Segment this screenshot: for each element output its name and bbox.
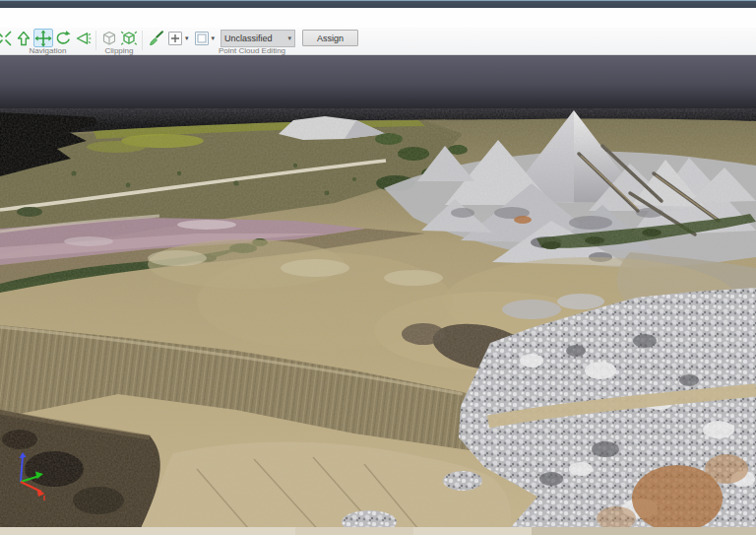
ribbon-group-point-cloud-editing: ▾ ▾ Unclassified ▾ Assign Point Cloud Ed…: [143, 28, 361, 54]
classification-value: Unclassified: [224, 33, 273, 43]
classification-dropdown[interactable]: Unclassified ▾: [220, 30, 295, 47]
clip-volume-tool-button[interactable]: [119, 29, 139, 47]
ribbon-group-clipping: Clipping: [96, 28, 142, 54]
look-around-tool-button[interactable]: [73, 29, 93, 47]
ribbon-toolbar: Navigation: [0, 28, 756, 55]
up-arrow-icon: [15, 30, 32, 47]
pan-icon: [34, 30, 52, 47]
ribbon-group-navigation: Navigation: [0, 28, 95, 54]
add-selection-dropdown-caret[interactable]: ▾: [184, 34, 190, 42]
pan-tool-button[interactable]: [33, 29, 53, 47]
orbit-tool-button[interactable]: [53, 29, 73, 47]
cube-outline-icon: [100, 30, 118, 47]
paint-brush-tool-button[interactable]: [146, 29, 165, 47]
plus-icon: [170, 33, 180, 43]
point-cloud-editing-tools: ▾ ▾ Unclassified ▾ Assign: [146, 29, 358, 47]
zoom-arrows-icon: [0, 30, 13, 47]
walk-up-tool-button[interactable]: [14, 29, 33, 47]
clipping-tools: [99, 29, 139, 47]
rectangle-selection-button[interactable]: [195, 32, 209, 45]
orbit-icon: [54, 30, 72, 47]
window-titlebar: [0, 0, 756, 8]
viewport-3d[interactable]: [0, 55, 756, 535]
cube-arrows-icon: [120, 30, 138, 47]
clip-box-tool-button[interactable]: [99, 29, 119, 47]
ribbon-spacer: [0, 8, 756, 28]
point-cloud-grain: [0, 108, 756, 535]
bottom-edge-strip: [0, 527, 756, 535]
chevron-down-icon: ▾: [288, 34, 292, 42]
rectangle-selection-dropdown-caret[interactable]: ▾: [211, 34, 217, 42]
zoom-tool-button[interactable]: [0, 29, 14, 47]
assign-button[interactable]: Assign: [302, 30, 358, 46]
view-cone-icon: [74, 30, 92, 47]
point-cloud-scene: [0, 55, 756, 535]
add-selection-button[interactable]: [168, 32, 182, 45]
paint-brush-icon: [147, 30, 164, 47]
rectangle-icon: [197, 33, 207, 43]
navigation-tools: [3, 29, 93, 47]
